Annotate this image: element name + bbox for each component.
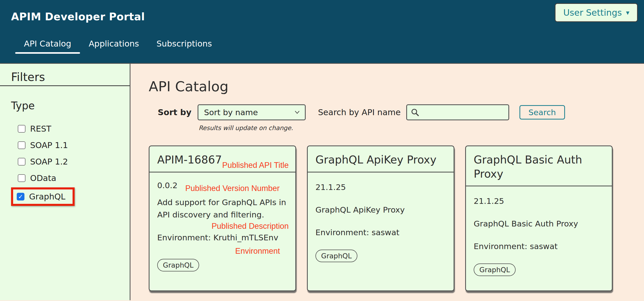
filter-label-odata: OData xyxy=(30,173,56,183)
checkmark-icon: ✓ xyxy=(18,193,23,200)
filter-option-soap12[interactable]: SOAP 1.2 xyxy=(18,157,130,167)
api-catalog-main: API Catalog Sort by Sort by name Results… xyxy=(130,64,644,300)
type-filter-list: REST SOAP 1.1 SOAP 1.2 OData xyxy=(11,124,130,210)
api-card-graphql-apikey-proxy[interactable]: GraphQL ApiKey Proxy 21.1.25 GraphQL Api… xyxy=(307,145,454,291)
api-card-body: 21.1.25 GraphQL ApiKey Proxy Environment… xyxy=(308,172,454,290)
api-card-title: APIM-16867 Published API Title xyxy=(149,146,295,172)
api-type-badge: GraphQL xyxy=(157,259,199,271)
app-title: APIM Developer Portal xyxy=(11,11,145,23)
filter-option-graphql[interactable]: ✓ GraphQL xyxy=(17,191,65,202)
filters-heading: Filters xyxy=(11,70,130,84)
sidebar-divider xyxy=(0,85,130,86)
api-version: 21.1.25 xyxy=(474,195,604,207)
sort-helper-text: Results will update on change. xyxy=(199,124,306,132)
annotation-environment-row: Environment xyxy=(157,246,280,256)
checkbox-odata[interactable] xyxy=(18,174,25,182)
search-icon xyxy=(411,108,419,117)
checkbox-soap11[interactable] xyxy=(18,141,25,149)
api-title-text: GraphQL Basic Auth Proxy xyxy=(474,153,582,180)
search-label: Search by API name xyxy=(318,104,401,120)
page-title: API Catalog xyxy=(149,78,644,95)
checkbox-soap12[interactable] xyxy=(18,158,25,166)
filter-option-soap11[interactable]: SOAP 1.1 xyxy=(18,140,130,150)
annotation-environment: Environment xyxy=(235,247,280,256)
filter-label-soap11: SOAP 1.1 xyxy=(30,140,68,150)
catalog-controls: Sort by Sort by name Results will update… xyxy=(158,104,644,132)
api-type-badge: GraphQL xyxy=(474,263,516,276)
filter-label-graphql: GraphQL xyxy=(29,192,65,202)
api-description: GraphQL ApiKey Proxy xyxy=(315,204,446,216)
api-card-body: 21.1.25 GraphQL Basic Auth Proxy Environ… xyxy=(466,186,612,290)
api-title-text: GraphQL ApiKey Proxy xyxy=(315,153,436,166)
filter-option-odata[interactable]: OData xyxy=(18,173,130,183)
sort-control: Sort by name Results will update on chan… xyxy=(198,104,306,132)
user-settings-label: User Settings xyxy=(563,7,622,18)
api-version: 0.0.2 xyxy=(157,181,178,190)
filter-label-soap12: SOAP 1.2 xyxy=(30,157,68,167)
tab-subscriptions[interactable]: Subscriptions xyxy=(148,39,221,54)
api-description: GraphQL Basic Auth Proxy xyxy=(474,218,604,230)
api-version-row: 0.0.2 Published Version Number xyxy=(157,181,288,190)
search-field[interactable] xyxy=(406,104,509,120)
api-environment: Environment: Kruthi_mTLSEnv xyxy=(157,233,288,242)
sort-by-label: Sort by xyxy=(158,104,191,120)
annotation-published-description-row: Published Description xyxy=(157,221,289,231)
annotation-published-version: Published Version Number xyxy=(185,184,280,193)
api-version: 21.1.25 xyxy=(315,181,446,193)
user-settings-button[interactable]: User Settings ▾ xyxy=(555,3,638,22)
sort-select[interactable]: Sort by name xyxy=(198,104,306,120)
checkbox-rest[interactable] xyxy=(18,125,25,133)
api-card-title: GraphQL ApiKey Proxy xyxy=(308,146,454,172)
search-input[interactable] xyxy=(422,108,505,117)
type-heading: Type xyxy=(11,99,130,112)
api-card-grid: APIM-16867 Published API Title 0.0.2 Pub… xyxy=(149,145,644,291)
caret-down-icon: ▾ xyxy=(626,9,629,16)
api-environment: Environment: saswat xyxy=(474,240,604,252)
graphql-highlight-box: ✓ GraphQL xyxy=(11,187,75,206)
api-card-body: 0.0.2 Published Version Number Add suppo… xyxy=(149,172,295,290)
chevron-down-icon xyxy=(294,110,300,114)
main-nav-tabs: API Catalog Applications Subscriptions xyxy=(15,39,221,54)
annotation-published-description: Published Description xyxy=(211,222,289,231)
api-description: Add support for GraphQL APIs in API disc… xyxy=(157,196,288,221)
api-card-title: GraphQL Basic Auth Proxy xyxy=(466,146,612,186)
filter-option-rest[interactable]: REST xyxy=(18,124,130,134)
filter-label-rest: REST xyxy=(30,124,51,134)
tab-applications[interactable]: Applications xyxy=(80,39,148,54)
api-card-apim-16867[interactable]: APIM-16867 Published API Title 0.0.2 Pub… xyxy=(149,145,296,291)
sort-select-value: Sort by name xyxy=(204,108,258,117)
filters-sidebar: Filters Type REST SOAP 1.1 SOAP 1.2 xyxy=(0,64,130,300)
api-title-text: APIM-16867 xyxy=(157,153,222,166)
annotation-published-api-title: Published API Title xyxy=(222,160,289,170)
apim-developer-portal: APIM Developer Portal User Settings ▾ AP… xyxy=(0,0,644,301)
content-area: Filters Type REST SOAP 1.1 SOAP 1.2 xyxy=(0,64,644,300)
api-type-badge: GraphQL xyxy=(315,250,357,262)
api-environment: Environment: saswat xyxy=(315,226,446,238)
search-button[interactable]: Search xyxy=(519,105,565,120)
tab-api-catalog[interactable]: API Catalog xyxy=(15,39,80,54)
checkbox-graphql[interactable]: ✓ xyxy=(17,193,24,200)
app-header: APIM Developer Portal User Settings ▾ AP… xyxy=(0,0,644,64)
api-card-graphql-basic-auth-proxy[interactable]: GraphQL Basic Auth Proxy 21.1.25 GraphQL… xyxy=(465,145,613,291)
